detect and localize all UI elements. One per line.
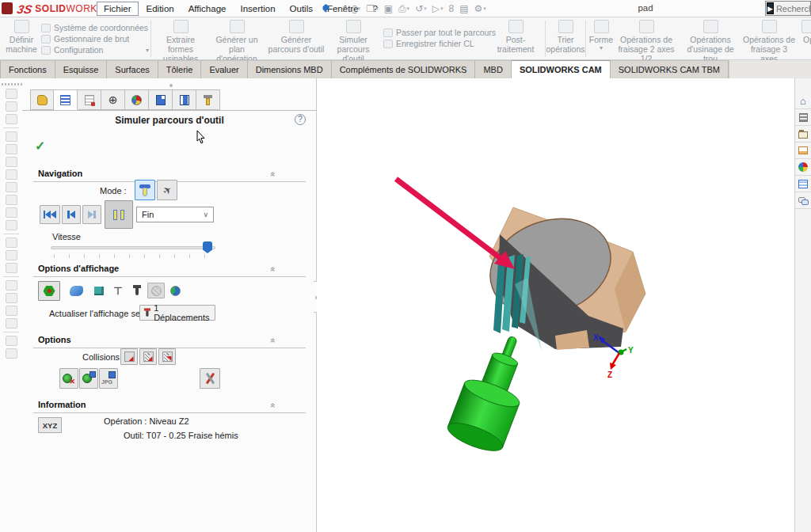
graphics-viewport[interactable]: X Y Z (317, 78, 794, 532)
tool-mode-button[interactable] (135, 180, 155, 200)
ops-25axis-button[interactable]: Opérations de fraisage 2 axes 1/2 (616, 19, 676, 63)
ops-3axis-button[interactable]: Opérations de fraisage 3 axes (743, 19, 795, 63)
menu-affichage[interactable]: Affichage (182, 2, 233, 15)
stock-display-button[interactable] (38, 281, 60, 301)
cam-feature-icon[interactable] (6, 207, 17, 218)
save-simulation-button[interactable] (79, 368, 98, 389)
taskpane-file-explorer-button[interactable] (795, 126, 811, 142)
cam-feature-icon[interactable] (6, 318, 17, 329)
generate-plan-button[interactable]: Générer un plan d'opération (209, 19, 265, 63)
save-cl-file-button[interactable]: Enregistrer fichier CL (383, 39, 485, 48)
configuration-button[interactable]: Configuration ▾ (41, 45, 149, 55)
generate-toolpath-button[interactable]: Générer parcours d'outil (268, 19, 325, 54)
step-back-button[interactable] (62, 205, 81, 224)
toolbar-grip[interactable] (2, 83, 22, 86)
tab-solidworks-cam[interactable]: SOLIDWORKS CAM (512, 60, 611, 78)
menu-outils[interactable]: Outils (284, 2, 319, 15)
stock-manager-button[interactable]: Gestionnaire de brut (41, 34, 149, 44)
menu-fichier[interactable]: Fichier (97, 2, 139, 16)
tab-dimensions-mbd[interactable]: Dimensions MBD (248, 60, 332, 78)
cam-feature-icon[interactable] (6, 220, 17, 230)
taskpane-forum-button[interactable] (795, 192, 811, 209)
cam-feature-icon[interactable] (6, 306, 17, 316)
undo-icon[interactable]: ↺▾ (413, 3, 428, 14)
tab-complements[interactable]: Compléments de SOLIDWORKS (332, 60, 476, 78)
tab-surfaces[interactable]: Surfaces (107, 60, 158, 78)
open-document-icon[interactable]: ❒▾ (364, 3, 379, 14)
rebuild-icon[interactable]: 8 (447, 3, 455, 14)
cam-feature-icon[interactable] (6, 336, 17, 346)
post-process-button[interactable]: Post-traitement (488, 19, 543, 54)
chevron-down-icon[interactable]: ▾ (146, 47, 149, 54)
collapse-chevron-icon[interactable]: « (268, 267, 278, 272)
xyz-position-button[interactable]: XYZ (38, 417, 62, 433)
save-image-jpg-button[interactable]: JPG (99, 368, 118, 389)
menu-edition[interactable]: Edition (140, 2, 181, 15)
collision-tool-button[interactable] (120, 348, 138, 365)
comparison-display-button[interactable] (166, 283, 184, 298)
step-through-toolpath-button[interactable]: Passer par tout le parcours (383, 28, 485, 37)
ops-hole-button[interactable]: Opérations d'usinage de trou (680, 19, 741, 63)
options-gear-icon[interactable]: ⚙▾ (472, 3, 487, 14)
tab-evaluer[interactable]: Evaluer (201, 60, 247, 78)
speed-slider-track[interactable] (51, 246, 215, 249)
collision-holder-button[interactable] (139, 348, 157, 365)
coordinate-system-button[interactable]: Système de coordonnées (41, 23, 149, 32)
tab-mbd[interactable]: MBD (475, 60, 511, 78)
simulate-toolpath-button[interactable]: Simuler parcours d'outil (326, 19, 380, 63)
cam-feature-icon[interactable] (6, 238, 17, 248)
menu-insertion[interactable]: Insertion (234, 2, 281, 15)
search-commands-icon[interactable]: ▶ (767, 2, 774, 14)
tab-display-manager[interactable] (125, 89, 149, 110)
cam-feature-icon[interactable] (6, 114, 17, 124)
define-machine-button[interactable]: Définir machine (5, 19, 38, 54)
chevron-down-icon[interactable]: ▾ (600, 44, 603, 51)
cam-feature-icon[interactable] (6, 101, 17, 112)
simulation-settings-button[interactable] (200, 368, 220, 389)
tab-feature-manager[interactable] (30, 89, 54, 110)
help-icon[interactable]: ? (295, 114, 306, 125)
tab-cam-tools-tree[interactable] (196, 89, 220, 110)
taskpane-view-palette-button[interactable] (795, 142, 811, 159)
go-to-start-button[interactable] (40, 205, 60, 224)
taskpane-appearances-button[interactable] (795, 159, 811, 176)
turbo-mode-button[interactable]: ✈ (157, 180, 177, 200)
cam-feature-icon[interactable] (6, 182, 17, 192)
collapse-chevron-icon[interactable]: « (268, 403, 278, 408)
taskpane-home-button[interactable]: ⌂ (795, 93, 811, 109)
taskpane-custom-properties-button[interactable] (795, 176, 811, 192)
cam-feature-icon[interactable] (6, 144, 17, 154)
step-forward-button[interactable] (82, 205, 101, 224)
run-to-position-select[interactable]: Fin ∨ (136, 207, 214, 222)
ok-button[interactable]: ✓ (35, 139, 45, 154)
search-input[interactable]: Recherch (776, 4, 811, 13)
tab-tolerie[interactable]: Tôlerie (158, 60, 202, 78)
shape-button[interactable]: Forme ▾ (587, 19, 615, 51)
target-part-display-button[interactable] (65, 280, 87, 301)
tool-display-button[interactable] (128, 283, 146, 298)
fixture-display-button[interactable] (90, 283, 108, 298)
tab-cam-feature-tree[interactable] (149, 89, 173, 110)
update-moves-button[interactable]: 1 Déplacements (139, 305, 215, 321)
search-box[interactable]: ▶ Recherch (765, 1, 811, 16)
home-icon[interactable]: ⌂ (339, 3, 348, 14)
tab-cam-operation-tree[interactable] (173, 89, 196, 110)
cam-feature-icon[interactable] (6, 131, 17, 142)
collision-fixture-button[interactable] (158, 348, 176, 365)
tab-esquisse[interactable]: Esquisse (55, 60, 108, 78)
cam-feature-icon[interactable] (6, 195, 17, 205)
cam-feature-icon[interactable] (6, 280, 17, 291)
tab-property-manager[interactable] (54, 89, 78, 110)
shaded-display-button[interactable] (147, 283, 165, 298)
cam-feature-icon[interactable] (6, 89, 17, 99)
tab-solidworks-cam-tbm[interactable]: SOLIDWORKS CAM TBM (611, 60, 729, 78)
select-icon[interactable]: ▷▾ (431, 3, 445, 14)
cam-feature-icon[interactable] (6, 263, 17, 273)
new-document-icon[interactable]: ▯▾ (350, 3, 362, 14)
save-icon[interactable]: ▣ (383, 3, 394, 14)
sort-operations-button[interactable]: Trier opérations (547, 19, 584, 54)
pin-menu-icon[interactable] (322, 4, 331, 13)
stop-simulation-record-button[interactable]: ✕ (59, 368, 78, 389)
ops-cutoff-button[interactable]: Op (797, 19, 811, 44)
pause-button[interactable] (105, 200, 133, 229)
